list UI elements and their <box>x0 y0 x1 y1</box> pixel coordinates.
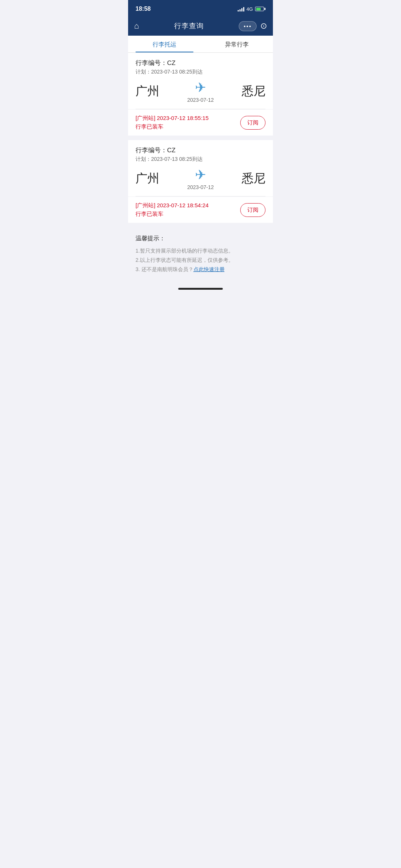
arrival-city-1: 悉尼 <box>242 83 265 100</box>
notice-item-2: 2.以上行李状态可能有所延迟，仅供参考。 <box>136 256 265 265</box>
more-button[interactable]: ••• <box>239 21 257 31</box>
register-link[interactable]: 点此快速注册 <box>193 266 225 272</box>
notice-title: 温馨提示： <box>136 235 265 243</box>
nav-right-buttons: ••• ⊙ <box>239 21 267 31</box>
status-text-2: 行李已装车 <box>136 211 240 218</box>
nav-bar: ⌂ 行李查询 ••• ⊙ <box>128 16 273 36</box>
status-time: 18:58 <box>136 6 151 12</box>
home-icon[interactable]: ⌂ <box>134 21 139 31</box>
status-info-2: [广州站] 2023-07-12 18:54:24 行李已装车 <box>136 202 240 218</box>
baggage-card-1: 行李编号：CZ 计划：2023-07-13 08:25到达 广州 ✈ 2023-… <box>128 53 273 109</box>
status-location-time-1: [广州站] 2023-07-12 18:55:15 <box>136 115 240 122</box>
status-row-1: [广州站] 2023-07-12 18:55:15 行李已装车 订阅 <box>128 110 273 136</box>
scan-icon[interactable]: ⊙ <box>260 21 267 31</box>
baggage-card-2: 行李编号：CZ 计划：2023-07-13 08:25到达 广州 ✈ 2023-… <box>128 140 273 196</box>
flight-route-2: 广州 ✈ 2023-07-12 悉尼 <box>136 167 265 193</box>
signal-icon <box>238 6 244 12</box>
battery-icon <box>255 7 265 11</box>
baggage-plan-2: 计划：2023-07-13 08:25到达 <box>136 156 265 163</box>
subscribe-button-1[interactable]: 订阅 <box>240 116 265 130</box>
status-location-time-2: [广州站] 2023-07-12 18:54:24 <box>136 202 240 209</box>
notice-section: 温馨提示： 1.暂只支持展示部分机场的行李动态信息。 2.以上行李状态可能有所延… <box>128 227 273 280</box>
baggage-plan-1: 计划：2023-07-13 08:25到达 <box>136 69 265 75</box>
baggage-info-1: 行李编号：CZ 计划：2023-07-13 08:25到达 广州 ✈ 2023-… <box>128 53 273 109</box>
baggage-id-1: 行李编号：CZ <box>136 59 265 67</box>
flight-date-2: 2023-07-12 <box>187 184 214 190</box>
network-label: 4G <box>247 6 253 12</box>
tab-baggage-checkin[interactable]: 行李托运 <box>128 36 200 52</box>
arrival-city-2: 悉尼 <box>242 170 265 187</box>
flight-date-1: 2023-07-12 <box>187 97 214 103</box>
notice-item-1: 1.暂只支持展示部分机场的行李动态信息。 <box>136 246 265 256</box>
divider-2 <box>136 196 265 196</box>
status-text-1: 行李已装车 <box>136 123 240 130</box>
status-info-1: [广州站] 2023-07-12 18:55:15 行李已装车 <box>136 115 240 130</box>
tabs-bar: 行李托运 异常行李 <box>128 36 273 53</box>
flight-center-1: ✈ 2023-07-12 <box>159 80 242 103</box>
departure-city-2: 广州 <box>136 170 159 187</box>
baggage-id-2: 行李编号：CZ <box>136 146 265 155</box>
plane-icon-1: ✈ <box>195 80 206 95</box>
status-right: 4G <box>238 6 265 12</box>
flight-center-2: ✈ 2023-07-12 <box>159 167 242 190</box>
bottom-indicator <box>128 280 273 293</box>
home-indicator-bar <box>178 288 223 290</box>
nav-title: 行李查询 <box>174 21 204 31</box>
notice-item-3: 3. 还不是南航明珠会员？点此快速注册 <box>136 265 265 274</box>
tab-abnormal-baggage[interactable]: 异常行李 <box>200 36 273 52</box>
departure-city-1: 广州 <box>136 83 159 100</box>
status-row-2: [广州站] 2023-07-12 18:54:24 行李已装车 订阅 <box>128 197 273 223</box>
subscribe-button-2[interactable]: 订阅 <box>240 203 265 217</box>
flight-route-1: 广州 ✈ 2023-07-12 悉尼 <box>136 80 265 106</box>
plane-icon-2: ✈ <box>195 167 206 183</box>
baggage-info-2: 行李编号：CZ 计划：2023-07-13 08:25到达 广州 ✈ 2023-… <box>128 140 273 196</box>
content-area: 行李编号：CZ 计划：2023-07-13 08:25到达 广州 ✈ 2023-… <box>128 53 273 280</box>
divider-1 <box>136 109 265 109</box>
status-bar: 18:58 4G <box>128 0 273 16</box>
